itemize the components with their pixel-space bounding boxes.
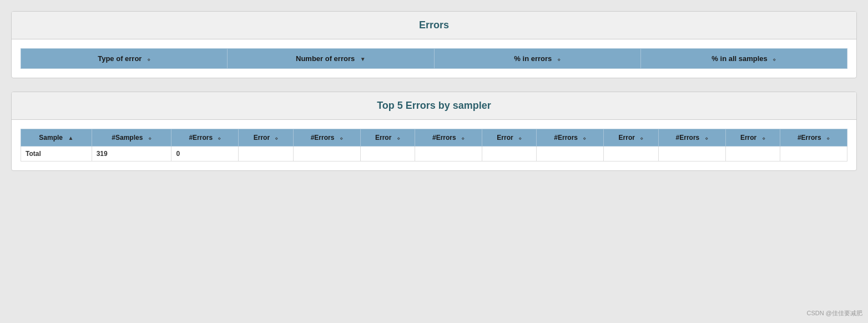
top5-panel-header: Top 5 Errors by sampler xyxy=(12,92,856,120)
errors-col-pct-errors-label: % in errors xyxy=(514,54,552,63)
top5-col-errors3[interactable]: #Errors ⬦ xyxy=(415,129,482,147)
top5-col-errors6-sort[interactable]: ⬦ xyxy=(826,135,830,141)
top5-col-error5[interactable]: Error ⬦ xyxy=(725,129,780,147)
top5-col-errors1[interactable]: #Errors ⬦ xyxy=(171,129,239,147)
top5-col-errors4-label: #Errors xyxy=(554,134,578,142)
top5-panel: Top 5 Errors by sampler Sample ▲ #Sample… xyxy=(11,92,857,171)
top5-table-header-row: Sample ▲ #Samples ⬦ #Errors ⬦ Error ⬦ xyxy=(21,129,847,147)
top5-col-errors5-sort[interactable]: ⬦ xyxy=(705,135,708,141)
top5-col-samples-sort[interactable]: ⬦ xyxy=(148,135,152,141)
top5-col-error3-sort[interactable]: ⬦ xyxy=(518,135,522,141)
top5-col-error5-label: Error xyxy=(740,134,756,142)
row-error4 xyxy=(604,147,658,162)
errors-table-header-row: Type of error ⬦ Number of errors ▼ % in … xyxy=(21,49,847,69)
top5-col-error1-label: Error xyxy=(254,134,270,142)
top5-col-error4-sort[interactable]: ⬦ xyxy=(640,135,643,141)
row-error3 xyxy=(482,147,537,162)
top5-col-samples-label: #Samples xyxy=(112,134,143,142)
row-error1 xyxy=(239,147,293,162)
errors-col-pct-samples-sort[interactable]: ⬦ xyxy=(773,56,776,62)
errors-col-type[interactable]: Type of error ⬦ xyxy=(21,49,228,69)
errors-panel-body: Type of error ⬦ Number of errors ▼ % in … xyxy=(12,39,856,78)
top5-col-error3[interactable]: Error ⬦ xyxy=(482,129,537,147)
errors-col-number-label: Number of errors xyxy=(296,54,355,63)
top5-col-errors2-sort[interactable]: ⬦ xyxy=(340,135,343,141)
top5-col-sample[interactable]: Sample ▲ xyxy=(21,129,92,147)
errors-panel: Errors Type of error ⬦ Number of errors … xyxy=(11,11,857,78)
row-errors3-count xyxy=(537,147,604,162)
top5-col-errors6[interactable]: #Errors ⬦ xyxy=(780,129,847,147)
row-errors4-count xyxy=(658,147,725,162)
row-errors2-count xyxy=(415,147,482,162)
errors-col-number[interactable]: Number of errors ▼ xyxy=(228,49,434,69)
errors-col-type-label: Type of error xyxy=(98,54,142,63)
top5-col-samples[interactable]: #Samples ⬦ xyxy=(92,129,171,147)
errors-col-pct-samples-label: % in all samples xyxy=(711,54,767,63)
top5-col-error1-sort[interactable]: ⬦ xyxy=(275,135,278,141)
top5-col-errors1-sort[interactable]: ⬦ xyxy=(218,135,221,141)
top5-table-body: Total 319 0 xyxy=(21,147,847,162)
top5-col-error4[interactable]: Error ⬦ xyxy=(604,129,658,147)
top5-col-errors5-label: #Errors xyxy=(676,134,700,142)
top5-col-sample-sort[interactable]: ▲ xyxy=(68,135,73,141)
errors-col-pct-errors-sort[interactable]: ⬦ xyxy=(557,56,561,62)
top5-col-error1[interactable]: Error ⬦ xyxy=(239,129,293,147)
errors-col-type-sort[interactable]: ⬦ xyxy=(147,56,150,62)
top5-col-error2-label: Error xyxy=(375,134,391,142)
top5-col-errors2-label: #Errors xyxy=(311,134,335,142)
top5-panel-title: Top 5 Errors by sampler xyxy=(377,100,491,111)
top5-col-errors3-label: #Errors xyxy=(432,134,456,142)
row-error5 xyxy=(725,147,780,162)
top5-col-errors1-label: #Errors xyxy=(189,134,213,142)
top5-col-error3-label: Error xyxy=(497,134,513,142)
errors-panel-header: Errors xyxy=(12,12,856,39)
table-row: Total 319 0 xyxy=(21,147,847,162)
top5-col-errors2[interactable]: #Errors ⬦ xyxy=(293,129,360,147)
row-error2 xyxy=(360,147,415,162)
errors-col-number-sort[interactable]: ▼ xyxy=(360,56,366,62)
top5-col-sample-label: Sample xyxy=(39,134,63,142)
row-errors1-count xyxy=(293,147,360,162)
errors-table: Type of error ⬦ Number of errors ▼ % in … xyxy=(21,48,847,69)
top5-col-error5-sort[interactable]: ⬦ xyxy=(762,135,765,141)
row-errors5-count xyxy=(780,147,847,162)
row-errors-count: 0 xyxy=(171,147,239,162)
errors-panel-title: Errors xyxy=(419,19,449,31)
top5-panel-body: Sample ▲ #Samples ⬦ #Errors ⬦ Error ⬦ xyxy=(12,120,856,170)
top5-col-error4-label: Error xyxy=(619,134,635,142)
errors-col-pct-errors[interactable]: % in errors ⬦ xyxy=(434,49,640,69)
row-sample: Total xyxy=(21,147,92,162)
top5-table: Sample ▲ #Samples ⬦ #Errors ⬦ Error ⬦ xyxy=(21,129,847,162)
top5-col-errors6-label: #Errors xyxy=(798,134,821,142)
top5-col-errors5[interactable]: #Errors ⬦ xyxy=(658,129,725,147)
top5-col-errors4-sort[interactable]: ⬦ xyxy=(583,135,586,141)
top5-col-errors4[interactable]: #Errors ⬦ xyxy=(537,129,604,147)
top5-col-error2[interactable]: Error ⬦ xyxy=(360,129,415,147)
top5-col-errors3-sort[interactable]: ⬦ xyxy=(461,135,465,141)
row-samples-count: 319 xyxy=(92,147,171,162)
top5-col-error2-sort[interactable]: ⬦ xyxy=(397,135,400,141)
errors-col-pct-samples[interactable]: % in all samples ⬦ xyxy=(640,49,847,69)
